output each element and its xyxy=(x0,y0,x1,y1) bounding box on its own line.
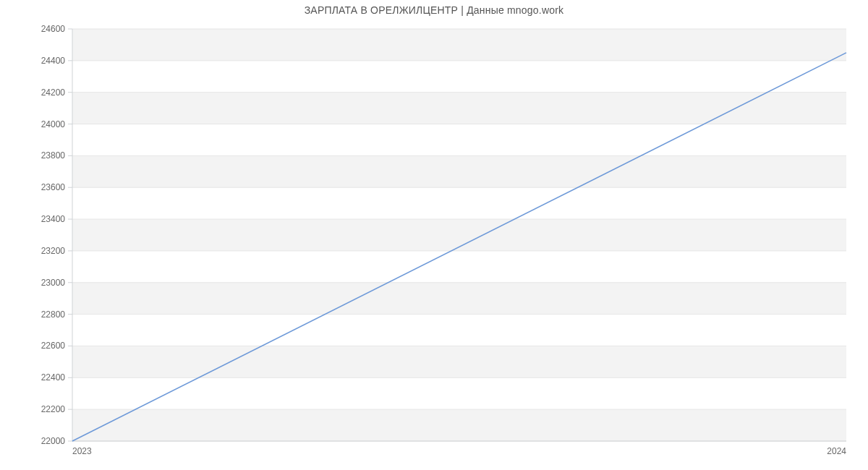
x-tick-label: 2023 xyxy=(72,446,92,456)
y-tick-label: 24000 xyxy=(41,119,66,129)
grid-band xyxy=(72,219,846,251)
y-tick-label: 24600 xyxy=(41,24,66,34)
y-tick-label: 22000 xyxy=(41,436,66,446)
grid-band xyxy=(72,29,846,61)
y-tick-label: 24400 xyxy=(41,56,66,66)
grid-band xyxy=(72,93,846,124)
y-tick-label: 22200 xyxy=(41,404,66,414)
y-tick-label: 23200 xyxy=(41,246,66,256)
chart-title: ЗАРПЛАТА В ОРЕЛЖИЛЦЕНТР | Данные mnogo.w… xyxy=(0,4,868,16)
grid-band xyxy=(72,409,846,441)
y-tick-label: 23000 xyxy=(41,278,66,288)
chart-svg: 2200022200224002260022800230002320023400… xyxy=(0,0,868,470)
y-tick-label: 22600 xyxy=(41,341,66,351)
x-tick-label: 2024 xyxy=(827,446,846,456)
y-tick-label: 22800 xyxy=(41,309,66,320)
grid-band xyxy=(72,283,846,315)
grid-band xyxy=(72,155,846,187)
y-tick-label: 23800 xyxy=(41,150,66,161)
grid-band xyxy=(72,346,846,377)
y-tick-label: 23600 xyxy=(41,182,66,192)
y-tick-label: 23400 xyxy=(41,214,66,224)
y-tick-label: 22400 xyxy=(41,372,66,383)
chart-container: ЗАРПЛАТА В ОРЕЛЖИЛЦЕНТР | Данные mnogo.w… xyxy=(0,0,868,470)
y-tick-label: 24200 xyxy=(41,87,66,98)
